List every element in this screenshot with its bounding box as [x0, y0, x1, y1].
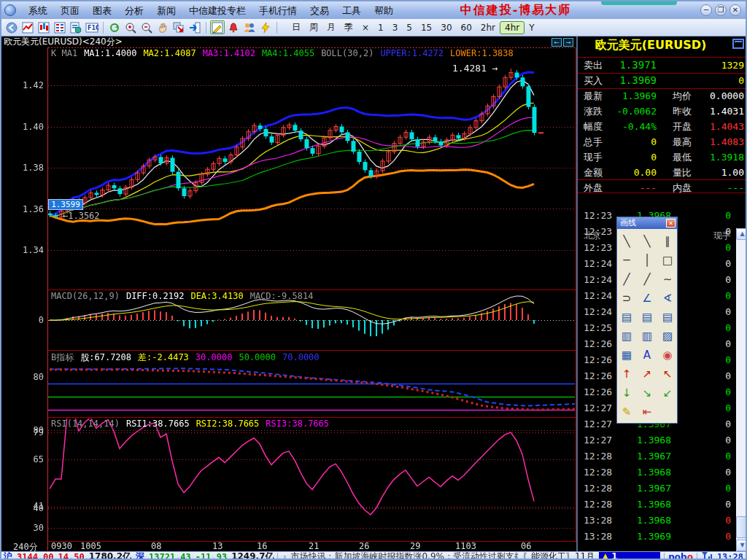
regression-icon[interactable]: ▦ — [616, 346, 637, 365]
indicator-value: K MA1 — [51, 48, 77, 58]
sw-arrow-icon[interactable]: ↙ — [657, 384, 678, 402]
page-switch-icon[interactable] — [171, 20, 186, 34]
menu-3[interactable]: 分析 — [118, 4, 150, 18]
arc-icon[interactable]: ⊃ — [616, 289, 637, 308]
close-button[interactable]: ✕ — [729, 4, 741, 16]
menu-6[interactable]: 手机行情 — [252, 4, 303, 18]
fib-timezone-icon[interactable]: ▥ — [616, 327, 637, 346]
menu-0[interactable]: 系统 — [22, 4, 54, 18]
hotkey-flash-icon[interactable] — [258, 20, 273, 34]
ne-arrow-icon[interactable]: ↗ — [637, 365, 657, 384]
scroll-thumb[interactable] — [736, 516, 747, 538]
rectangle-icon[interactable]: □ — [657, 251, 678, 270]
menu-1[interactable]: 页面 — [54, 4, 86, 18]
polyline-icon[interactable]: ╱ — [637, 270, 657, 289]
indicator-value: RSI(14,14,14) — [51, 419, 120, 429]
draw-line-icon[interactable] — [210, 20, 225, 34]
channel-icon[interactable]: ▨ — [657, 327, 678, 346]
panel-restore-icon[interactable] — [732, 39, 744, 49]
gann-fan-icon[interactable]: ∢ — [657, 289, 678, 308]
period-Y[interactable]: Y — [525, 22, 538, 34]
horizontal-line-icon[interactable]: ─ — [616, 251, 637, 270]
palette-title[interactable]: 画线 ✕ — [617, 217, 677, 229]
refresh-icon[interactable] — [107, 20, 122, 34]
sz-index-label[interactable]: 深 — [136, 551, 144, 560]
angle-icon[interactable]: ∠ — [637, 289, 657, 308]
trend-line-icon[interactable]: ╲ — [616, 232, 637, 251]
period-30[interactable]: 30 — [436, 22, 456, 34]
sz-index-change: -11.93 — [196, 552, 227, 560]
kline-chart-icon[interactable] — [36, 20, 51, 34]
tick-row[interactable]: 13:281.39690 — [578, 529, 735, 545]
period-月[interactable]: 月 — [322, 20, 340, 34]
ray-line-icon[interactable]: ╲ — [637, 232, 657, 251]
zoom-in-icon[interactable] — [123, 20, 138, 34]
nw-arrow-icon[interactable]: ↖ — [657, 365, 678, 384]
gann-circle-icon[interactable]: ◉ — [657, 346, 678, 365]
cycle-lines-icon[interactable]: ▥ — [637, 327, 657, 346]
sh-index-change: 14.50 — [58, 552, 85, 560]
sector-label[interactable]: 〖能源化工〗11月 — [522, 551, 595, 560]
indicator-value: MACD(26,12,9) — [51, 291, 120, 301]
tick-row[interactable]: 12:281.39680 — [578, 497, 735, 513]
period-2hr[interactable]: 2hr — [476, 22, 500, 34]
sh-index-label[interactable]: 沪 — [4, 551, 12, 560]
menu-4[interactable]: 新闻 — [150, 4, 182, 18]
drag-hand-icon[interactable] — [155, 20, 170, 34]
tick-scrollbar[interactable]: ▲ ▼ — [736, 228, 747, 551]
restore-button[interactable]: ❐ — [715, 4, 727, 16]
community-icon[interactable] — [242, 20, 257, 34]
se-arrow-icon[interactable]: ↘ — [637, 384, 657, 402]
menu-5[interactable]: 中信建投专栏 — [182, 4, 252, 18]
next-page-icon[interactable]: → — [563, 38, 573, 47]
menu-7[interactable]: 交易 — [303, 4, 336, 18]
period-4hr[interactable]: 4hr — [500, 21, 525, 34]
parallel-lines-icon[interactable]: ∥ — [657, 232, 678, 251]
symbol-header: 欧元美元(EURUSD)<240分> — [1, 36, 576, 47]
percent-lines-icon[interactable]: ▤ — [657, 308, 678, 327]
fib-retracement-icon[interactable]: ▤ — [616, 308, 637, 327]
down-arrow-icon[interactable]: ↓ — [616, 384, 637, 402]
period-15[interactable]: 15 — [417, 22, 436, 34]
period-周[interactable]: 周 — [305, 20, 322, 34]
period-日[interactable]: 日 — [287, 20, 305, 34]
alarm-bell-icon[interactable] — [226, 20, 241, 34]
menu-8[interactable]: 工具 — [336, 4, 368, 18]
tick-row[interactable]: 12:281.39680 — [578, 464, 735, 481]
f10-info-icon[interactable]: F10 — [85, 20, 99, 34]
back-icon[interactable] — [4, 20, 19, 34]
fib-extension-icon[interactable]: ▤ — [637, 308, 657, 327]
zoom-out-icon[interactable] — [139, 20, 154, 34]
period-×[interactable]: × — [357, 22, 374, 34]
period-1[interactable]: 1 — [374, 22, 388, 34]
wave-icon[interactable]: ∼ — [657, 270, 678, 289]
text-icon[interactable]: A — [637, 346, 657, 365]
tick-row[interactable]: 12:271.39680 — [578, 432, 735, 448]
period-季[interactable]: 季 — [340, 20, 357, 34]
scroll-down-icon[interactable]: ▼ — [736, 540, 747, 551]
goto-icon[interactable] — [187, 20, 202, 34]
menu-2[interactable]: 图表 — [86, 4, 118, 18]
minimize-button[interactable]: ─ — [700, 4, 712, 16]
period-3[interactable]: 3 — [388, 22, 403, 34]
tick-row[interactable]: 13:281.39680 — [578, 513, 735, 529]
tick-row[interactable]: 12:281.39670 — [578, 481, 735, 497]
tick-row[interactable]: 12:281.39670 — [578, 448, 735, 464]
alert-up-icon: ▲ — [602, 551, 608, 560]
vertical-line-icon[interactable]: │ — [637, 251, 657, 270]
scroll-up-icon[interactable]: ▲ — [736, 228, 747, 240]
line-chart-icon[interactable] — [20, 20, 35, 34]
period-5[interactable]: 5 — [402, 22, 417, 34]
news-ticker[interactable]: 』市场快讯：新加坡海峡时报指数涨0.9%；受流动性过剩支撑... — [282, 551, 517, 560]
alert-box[interactable]: ▲ 1 — [599, 552, 660, 560]
report-icon[interactable] — [69, 20, 83, 34]
eraser-icon[interactable]: ✎ — [616, 402, 637, 421]
x-axis-label: 1005 — [80, 541, 101, 551]
prev-page-icon[interactable]: ← — [551, 38, 562, 47]
period-60[interactable]: 60 — [457, 22, 476, 34]
segment-icon[interactable]: ╱ — [616, 270, 637, 289]
quote-list-icon[interactable] — [53, 20, 67, 34]
up-arrow-icon[interactable]: ↑ — [616, 365, 637, 384]
palette-close-icon[interactable]: ✕ — [666, 219, 676, 228]
delete-all-icon[interactable]: ⇤ — [637, 402, 657, 421]
